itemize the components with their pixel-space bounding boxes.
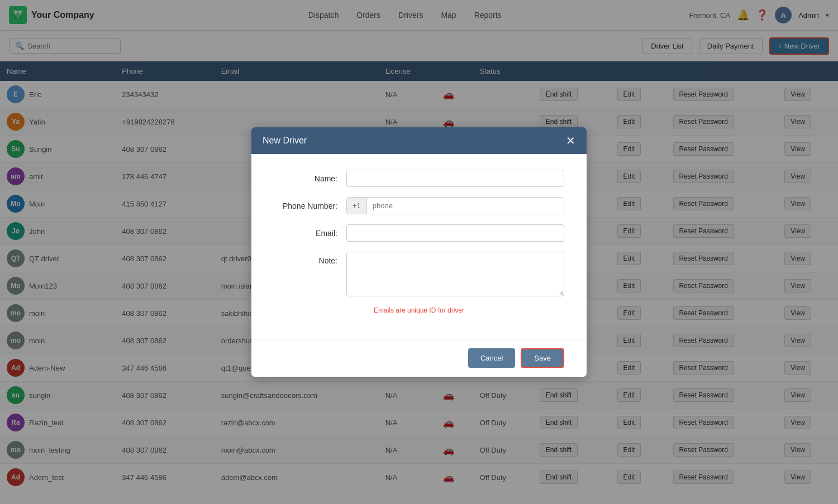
note-field-row: Note: (274, 252, 564, 296)
phone-input[interactable] (367, 198, 564, 214)
phone-field-row: Phone Number: +1 (274, 197, 564, 214)
save-button[interactable]: Save (521, 348, 564, 368)
email-hint: Emails are unique ID for driver (274, 306, 564, 314)
note-input[interactable] (346, 252, 564, 296)
modal-close-button[interactable]: ✕ (566, 135, 575, 146)
email-input[interactable] (346, 224, 564, 242)
modal-header: New Driver ✕ (251, 127, 587, 154)
phone-prefix: +1 (347, 198, 367, 214)
modal-footer: Cancel Save (251, 339, 587, 377)
email-label: Email: (274, 224, 346, 238)
name-label: Name: (274, 170, 346, 183)
modal-overlay: New Driver ✕ Name: Phone Number: +1 Emai… (0, 0, 838, 504)
name-input[interactable] (346, 170, 564, 187)
email-field-row: Email: (274, 224, 564, 242)
modal-body: Name: Phone Number: +1 Email: Note: (251, 154, 587, 330)
name-field-row: Name: (274, 170, 564, 187)
new-driver-modal: New Driver ✕ Name: Phone Number: +1 Emai… (251, 127, 587, 377)
modal-title: New Driver (263, 136, 307, 146)
cancel-button[interactable]: Cancel (468, 348, 515, 368)
note-label: Note: (274, 252, 346, 265)
phone-label: Phone Number: (274, 197, 346, 210)
phone-group: +1 (346, 197, 564, 214)
